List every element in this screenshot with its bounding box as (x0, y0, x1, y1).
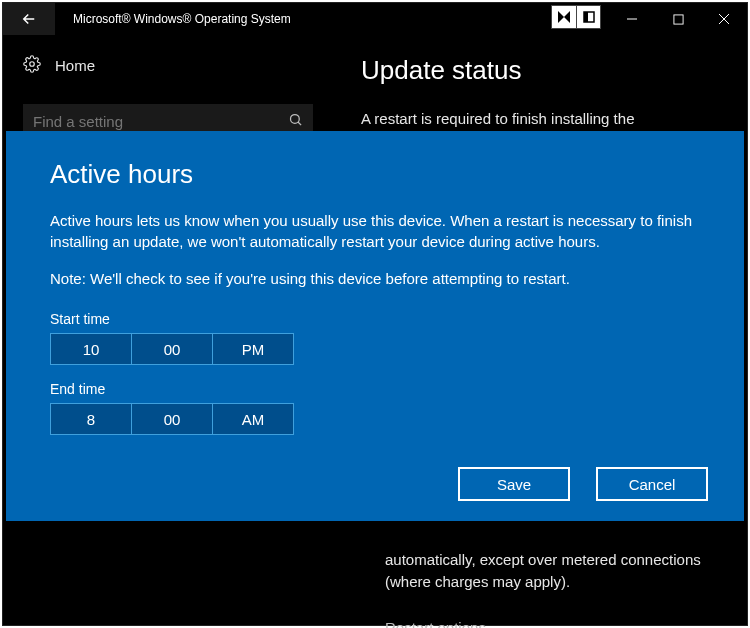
active-hours-dialog: Active hours Active hours lets us know w… (6, 131, 744, 521)
maximize-button[interactable] (655, 3, 701, 35)
home-nav[interactable]: Home (23, 55, 323, 76)
contrast-toggle-icon[interactable] (552, 6, 576, 28)
end-minute[interactable]: 00 (131, 404, 212, 434)
window-controls (609, 3, 747, 35)
titlebar: Microsoft® Windows® Operating System (3, 3, 747, 35)
window-title: Microsoft® Windows® Operating System (73, 12, 291, 26)
app-window: Microsoft® Windows® Operating System (2, 2, 748, 626)
end-hour[interactable]: 8 (51, 404, 131, 434)
page-heading: Update status (361, 55, 727, 86)
dialog-title: Active hours (50, 159, 700, 190)
lower-content: automatically, except over metered conne… (385, 549, 727, 628)
gear-icon (23, 55, 41, 76)
arrow-left-icon (20, 10, 38, 28)
tablet-mode-controls (551, 5, 601, 29)
svg-rect-5 (673, 14, 682, 23)
status-text: A restart is required to finish installi… (361, 108, 727, 130)
end-time-picker[interactable]: 8 00 AM (50, 403, 294, 435)
dialog-description: Active hours lets us know when you usual… (50, 210, 700, 252)
close-button[interactable] (701, 3, 747, 35)
start-time-block: Start time 10 00 PM (50, 311, 700, 365)
back-button[interactable] (3, 3, 55, 35)
metered-text: automatically, except over metered conne… (385, 549, 727, 593)
save-button[interactable]: Save (458, 467, 570, 501)
cancel-button[interactable]: Cancel (596, 467, 708, 501)
end-time-label: End time (50, 381, 700, 397)
svg-point-9 (291, 114, 300, 123)
svg-point-8 (30, 62, 35, 67)
search-icon (288, 112, 303, 131)
main-content: Update status A restart is required to f… (361, 55, 727, 130)
restart-options-link[interactable]: Restart options (385, 617, 727, 629)
start-hour[interactable]: 10 (51, 334, 131, 364)
svg-rect-3 (584, 12, 588, 22)
dock-toggle-icon[interactable] (576, 6, 600, 28)
minimize-button[interactable] (609, 3, 655, 35)
start-time-label: Start time (50, 311, 700, 327)
end-time-block: End time 8 00 AM (50, 381, 700, 435)
dialog-note: Note: We'll check to see if you're using… (50, 268, 700, 289)
svg-line-10 (298, 122, 301, 125)
svg-marker-0 (558, 11, 564, 23)
dialog-footer: Save Cancel (458, 467, 708, 501)
home-label: Home (55, 57, 95, 74)
start-minute[interactable]: 00 (131, 334, 212, 364)
start-ampm[interactable]: PM (212, 334, 293, 364)
start-time-picker[interactable]: 10 00 PM (50, 333, 294, 365)
end-ampm[interactable]: AM (212, 404, 293, 434)
search-input[interactable] (33, 113, 273, 130)
svg-marker-1 (564, 11, 570, 23)
